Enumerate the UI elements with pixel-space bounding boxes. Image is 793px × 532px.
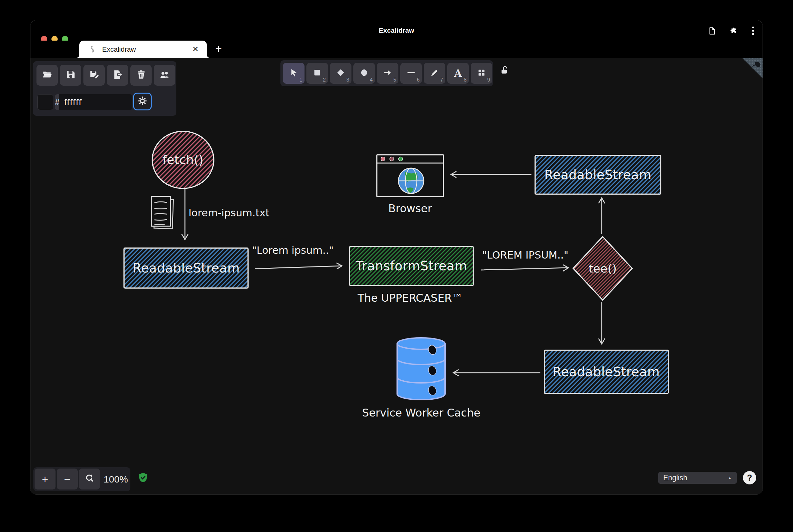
tab-strip: Excalidraw ✕ +: [31, 41, 762, 58]
pencil-icon: [430, 68, 439, 79]
open-button[interactable]: [37, 65, 58, 86]
tool-selection[interactable]: 1: [283, 63, 305, 84]
clear-canvas-button[interactable]: [130, 65, 152, 86]
save-button[interactable]: [60, 65, 81, 86]
tool-text[interactable]: A 8: [447, 63, 469, 84]
file-name-label[interactable]: lorem-ipsum.txt: [189, 207, 270, 219]
background-color-swatch[interactable]: [37, 94, 53, 110]
lock-toggle[interactable]: [499, 65, 509, 76]
tab-excalidraw[interactable]: Excalidraw ✕: [79, 41, 207, 58]
arrow-transform-to-tee[interactable]: [481, 268, 568, 270]
question-mark: ?: [747, 473, 752, 483]
shape-toolbar: 1 2 3 4 5: [281, 60, 493, 86]
tool-rectangle[interactable]: 2: [306, 63, 328, 84]
file-toolbar: #: [33, 61, 176, 116]
zoom-in-button[interactable]: +: [35, 469, 56, 490]
transformstream-label[interactable]: TransformStream: [355, 259, 467, 273]
hash-prefix: #: [55, 94, 59, 110]
arrow-icon: [383, 68, 392, 79]
canvas-settings-button[interactable]: [133, 93, 152, 110]
ellipse-icon: [360, 68, 369, 79]
screen: Excalidraw: [0, 0, 793, 532]
tool-arrow[interactable]: 5: [377, 63, 399, 84]
tool-draw[interactable]: 7: [424, 63, 445, 84]
lorem-label[interactable]: "Lorem ipsum..": [252, 244, 333, 256]
fetch-node-label[interactable]: fetch(): [162, 153, 204, 167]
readablestream-left-label[interactable]: ReadableStream: [133, 261, 240, 276]
collaboration-button[interactable]: [154, 65, 175, 86]
cache-cylinder-icon[interactable]: [397, 338, 445, 400]
library-grid-icon: [477, 68, 486, 79]
trash-icon: [136, 70, 146, 81]
globe-icon: [399, 168, 424, 193]
line-icon: [406, 68, 416, 79]
zoom-level: 100%: [101, 467, 130, 491]
save-as-button[interactable]: [83, 65, 105, 86]
encryption-shield-icon[interactable]: [138, 472, 148, 484]
tab-close-icon[interactable]: ✕: [192, 45, 198, 54]
uppercaser-label[interactable]: The UPPERCASER™: [357, 291, 463, 304]
export-button[interactable]: [107, 65, 128, 86]
diamond-icon: [336, 68, 345, 79]
tab-title: Excalidraw: [102, 45, 136, 54]
tool-library[interactable]: 9: [471, 63, 492, 84]
cache-label[interactable]: Service Worker Cache: [362, 406, 481, 419]
cursor-icon: [289, 68, 298, 79]
floppy-disk-icon: [66, 70, 76, 81]
new-tab-button[interactable]: +: [213, 43, 225, 55]
tool-diamond[interactable]: 3: [330, 63, 351, 84]
browser-label[interactable]: Browser: [388, 202, 432, 215]
file-export-icon: [113, 70, 123, 81]
zoom-reset-button[interactable]: [79, 469, 100, 490]
canvas[interactable]: [31, 58, 762, 494]
text-tool-icon: A: [454, 68, 462, 79]
excalidraw-app: fetch() ReadableStream TransformStream t…: [31, 58, 762, 494]
browser-window-icon[interactable]: [377, 155, 443, 197]
rectangle-icon: [312, 68, 322, 79]
text-file-icon[interactable]: [151, 196, 174, 229]
zoom-out-button[interactable]: −: [57, 469, 78, 490]
lorem-upper-label[interactable]: "LOREM IPSUM..": [482, 249, 568, 261]
kebab-menu-icon[interactable]: [751, 26, 755, 36]
folder-open-icon: [42, 70, 52, 81]
users-icon: [159, 70, 170, 81]
tool-line[interactable]: 6: [400, 63, 422, 84]
tool-ellipse[interactable]: 4: [353, 63, 375, 84]
floppy-pencil-icon: [89, 70, 99, 81]
language-select[interactable]: English ▲: [658, 472, 737, 484]
window-title: Excalidraw: [31, 27, 762, 34]
color-value-input[interactable]: [59, 94, 132, 110]
zoom-reset-icon: [84, 473, 95, 486]
zoom-controls: + − 100%: [33, 467, 130, 491]
browser-window: Excalidraw: [31, 20, 762, 494]
tee-node-label[interactable]: tee(): [588, 262, 617, 275]
gear-icon: [137, 96, 148, 107]
titlebar: Excalidraw: [31, 20, 762, 41]
excalidraw-logo-icon: [88, 45, 96, 55]
help-button[interactable]: ?: [743, 471, 756, 484]
color-field: #: [55, 94, 132, 110]
extensions-puzzle-icon[interactable]: [730, 27, 738, 35]
readablestream-bottom-label[interactable]: ReadableStream: [553, 364, 660, 379]
page-icon[interactable]: [708, 27, 716, 35]
language-value: English: [663, 474, 687, 482]
caret-up-icon: ▲: [728, 476, 732, 480]
arrow-readable-to-transform[interactable]: [255, 266, 342, 269]
unlocked-padlock-icon: [499, 71, 509, 76]
readablestream-top-label[interactable]: ReadableStream: [544, 168, 652, 182]
